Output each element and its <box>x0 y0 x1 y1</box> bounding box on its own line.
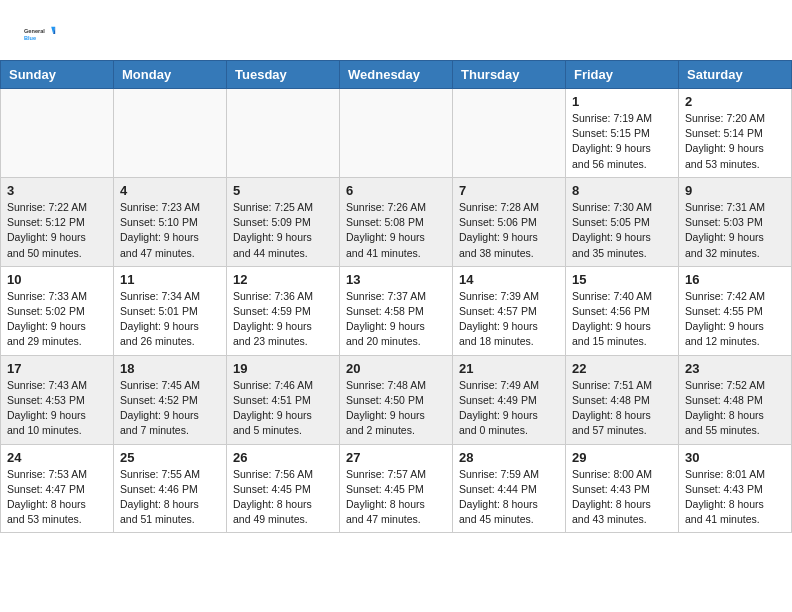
day-info: Sunrise: 7:33 AMSunset: 5:02 PMDaylight:… <box>7 289 107 350</box>
day-number: 4 <box>120 183 220 198</box>
calendar-week-1: 1Sunrise: 7:19 AMSunset: 5:15 PMDaylight… <box>1 89 792 178</box>
calendar-week-2: 3Sunrise: 7:22 AMSunset: 5:12 PMDaylight… <box>1 177 792 266</box>
calendar-week-4: 17Sunrise: 7:43 AMSunset: 4:53 PMDayligh… <box>1 355 792 444</box>
day-number: 12 <box>233 272 333 287</box>
day-number: 2 <box>685 94 785 109</box>
calendar-cell: 18Sunrise: 7:45 AMSunset: 4:52 PMDayligh… <box>114 355 227 444</box>
day-number: 25 <box>120 450 220 465</box>
calendar-cell: 27Sunrise: 7:57 AMSunset: 4:45 PMDayligh… <box>340 444 453 533</box>
calendar-cell: 21Sunrise: 7:49 AMSunset: 4:49 PMDayligh… <box>453 355 566 444</box>
day-number: 22 <box>572 361 672 376</box>
day-number: 21 <box>459 361 559 376</box>
calendar-cell: 22Sunrise: 7:51 AMSunset: 4:48 PMDayligh… <box>566 355 679 444</box>
calendar-cell <box>227 89 340 178</box>
svg-text:General: General <box>24 28 45 34</box>
day-info: Sunrise: 7:59 AMSunset: 4:44 PMDaylight:… <box>459 467 559 528</box>
calendar-cell: 13Sunrise: 7:37 AMSunset: 4:58 PMDayligh… <box>340 266 453 355</box>
day-number: 20 <box>346 361 446 376</box>
day-info: Sunrise: 7:46 AMSunset: 4:51 PMDaylight:… <box>233 378 333 439</box>
day-info: Sunrise: 7:30 AMSunset: 5:05 PMDaylight:… <box>572 200 672 261</box>
day-info: Sunrise: 7:20 AMSunset: 5:14 PMDaylight:… <box>685 111 785 172</box>
header: GeneralBlue <box>0 0 792 60</box>
day-info: Sunrise: 7:31 AMSunset: 5:03 PMDaylight:… <box>685 200 785 261</box>
day-number: 15 <box>572 272 672 287</box>
day-info: Sunrise: 7:25 AMSunset: 5:09 PMDaylight:… <box>233 200 333 261</box>
day-number: 11 <box>120 272 220 287</box>
day-number: 29 <box>572 450 672 465</box>
day-number: 1 <box>572 94 672 109</box>
day-number: 6 <box>346 183 446 198</box>
col-header-saturday: Saturday <box>679 61 792 89</box>
calendar-cell: 8Sunrise: 7:30 AMSunset: 5:05 PMDaylight… <box>566 177 679 266</box>
day-number: 14 <box>459 272 559 287</box>
calendar-cell: 28Sunrise: 7:59 AMSunset: 4:44 PMDayligh… <box>453 444 566 533</box>
calendar-cell: 29Sunrise: 8:00 AMSunset: 4:43 PMDayligh… <box>566 444 679 533</box>
calendar-cell: 5Sunrise: 7:25 AMSunset: 5:09 PMDaylight… <box>227 177 340 266</box>
day-info: Sunrise: 7:51 AMSunset: 4:48 PMDaylight:… <box>572 378 672 439</box>
calendar-header-row: SundayMondayTuesdayWednesdayThursdayFrid… <box>1 61 792 89</box>
calendar-cell: 7Sunrise: 7:28 AMSunset: 5:06 PMDaylight… <box>453 177 566 266</box>
calendar-cell: 4Sunrise: 7:23 AMSunset: 5:10 PMDaylight… <box>114 177 227 266</box>
calendar-cell: 20Sunrise: 7:48 AMSunset: 4:50 PMDayligh… <box>340 355 453 444</box>
calendar-cell: 17Sunrise: 7:43 AMSunset: 4:53 PMDayligh… <box>1 355 114 444</box>
calendar-cell: 11Sunrise: 7:34 AMSunset: 5:01 PMDayligh… <box>114 266 227 355</box>
logo: GeneralBlue <box>24 18 56 50</box>
col-header-tuesday: Tuesday <box>227 61 340 89</box>
col-header-wednesday: Wednesday <box>340 61 453 89</box>
day-number: 24 <box>7 450 107 465</box>
day-number: 28 <box>459 450 559 465</box>
day-info: Sunrise: 7:23 AMSunset: 5:10 PMDaylight:… <box>120 200 220 261</box>
calendar-cell <box>114 89 227 178</box>
day-info: Sunrise: 7:22 AMSunset: 5:12 PMDaylight:… <box>7 200 107 261</box>
day-info: Sunrise: 7:45 AMSunset: 4:52 PMDaylight:… <box>120 378 220 439</box>
day-info: Sunrise: 7:53 AMSunset: 4:47 PMDaylight:… <box>7 467 107 528</box>
day-info: Sunrise: 7:40 AMSunset: 4:56 PMDaylight:… <box>572 289 672 350</box>
calendar-cell: 1Sunrise: 7:19 AMSunset: 5:15 PMDaylight… <box>566 89 679 178</box>
calendar-cell: 10Sunrise: 7:33 AMSunset: 5:02 PMDayligh… <box>1 266 114 355</box>
logo-icon: GeneralBlue <box>24 18 56 50</box>
calendar-cell: 12Sunrise: 7:36 AMSunset: 4:59 PMDayligh… <box>227 266 340 355</box>
day-info: Sunrise: 7:39 AMSunset: 4:57 PMDaylight:… <box>459 289 559 350</box>
day-number: 16 <box>685 272 785 287</box>
calendar-cell <box>453 89 566 178</box>
calendar-week-5: 24Sunrise: 7:53 AMSunset: 4:47 PMDayligh… <box>1 444 792 533</box>
calendar-cell: 6Sunrise: 7:26 AMSunset: 5:08 PMDaylight… <box>340 177 453 266</box>
calendar-cell: 24Sunrise: 7:53 AMSunset: 4:47 PMDayligh… <box>1 444 114 533</box>
calendar-cell: 16Sunrise: 7:42 AMSunset: 4:55 PMDayligh… <box>679 266 792 355</box>
day-info: Sunrise: 7:49 AMSunset: 4:49 PMDaylight:… <box>459 378 559 439</box>
svg-text:Blue: Blue <box>24 35 36 41</box>
day-number: 13 <box>346 272 446 287</box>
calendar-cell: 14Sunrise: 7:39 AMSunset: 4:57 PMDayligh… <box>453 266 566 355</box>
day-info: Sunrise: 7:37 AMSunset: 4:58 PMDaylight:… <box>346 289 446 350</box>
day-info: Sunrise: 7:34 AMSunset: 5:01 PMDaylight:… <box>120 289 220 350</box>
calendar-week-3: 10Sunrise: 7:33 AMSunset: 5:02 PMDayligh… <box>1 266 792 355</box>
day-info: Sunrise: 7:57 AMSunset: 4:45 PMDaylight:… <box>346 467 446 528</box>
calendar-cell: 9Sunrise: 7:31 AMSunset: 5:03 PMDaylight… <box>679 177 792 266</box>
day-number: 8 <box>572 183 672 198</box>
calendar-cell: 15Sunrise: 7:40 AMSunset: 4:56 PMDayligh… <box>566 266 679 355</box>
day-info: Sunrise: 7:28 AMSunset: 5:06 PMDaylight:… <box>459 200 559 261</box>
day-number: 9 <box>685 183 785 198</box>
calendar-cell: 23Sunrise: 7:52 AMSunset: 4:48 PMDayligh… <box>679 355 792 444</box>
col-header-thursday: Thursday <box>453 61 566 89</box>
calendar-cell: 30Sunrise: 8:01 AMSunset: 4:43 PMDayligh… <box>679 444 792 533</box>
day-info: Sunrise: 7:26 AMSunset: 5:08 PMDaylight:… <box>346 200 446 261</box>
calendar-cell: 2Sunrise: 7:20 AMSunset: 5:14 PMDaylight… <box>679 89 792 178</box>
day-number: 27 <box>346 450 446 465</box>
day-number: 19 <box>233 361 333 376</box>
day-info: Sunrise: 8:00 AMSunset: 4:43 PMDaylight:… <box>572 467 672 528</box>
calendar-cell <box>1 89 114 178</box>
day-number: 26 <box>233 450 333 465</box>
day-number: 18 <box>120 361 220 376</box>
calendar-cell: 25Sunrise: 7:55 AMSunset: 4:46 PMDayligh… <box>114 444 227 533</box>
calendar-table: SundayMondayTuesdayWednesdayThursdayFrid… <box>0 60 792 533</box>
day-info: Sunrise: 7:56 AMSunset: 4:45 PMDaylight:… <box>233 467 333 528</box>
col-header-friday: Friday <box>566 61 679 89</box>
day-info: Sunrise: 8:01 AMSunset: 4:43 PMDaylight:… <box>685 467 785 528</box>
day-info: Sunrise: 7:19 AMSunset: 5:15 PMDaylight:… <box>572 111 672 172</box>
col-header-monday: Monday <box>114 61 227 89</box>
day-number: 23 <box>685 361 785 376</box>
calendar-cell: 19Sunrise: 7:46 AMSunset: 4:51 PMDayligh… <box>227 355 340 444</box>
day-info: Sunrise: 7:42 AMSunset: 4:55 PMDaylight:… <box>685 289 785 350</box>
calendar-cell <box>340 89 453 178</box>
